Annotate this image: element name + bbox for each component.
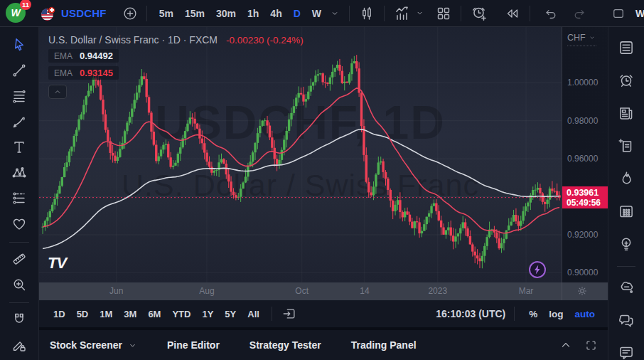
toolbar-divider bbox=[9, 302, 29, 303]
indicator-templates-button[interactable] bbox=[414, 5, 428, 21]
range-1m[interactable]: 1M bbox=[94, 306, 118, 322]
range-ytd[interactable]: YTD bbox=[166, 306, 196, 322]
panel-tab-pine-editor[interactable]: Pine Editor bbox=[167, 335, 220, 355]
tradingview-app: W 11 USDCHF 5m15m30m1h4hDW bbox=[0, 0, 644, 360]
tradingview-logo[interactable]: TV bbox=[48, 254, 66, 272]
text-notes-button[interactable] bbox=[614, 134, 638, 158]
range-6m[interactable]: 6M bbox=[142, 306, 166, 322]
toolbar-divider bbox=[349, 6, 350, 21]
indicators-button[interactable] bbox=[390, 1, 414, 26]
ema-legend-row[interactable]: EMA 0.93145 bbox=[48, 66, 119, 80]
undo-icon bbox=[543, 6, 559, 21]
chevron-up-icon[interactable] bbox=[559, 338, 573, 352]
range-all[interactable]: All bbox=[242, 306, 265, 322]
expand-icon[interactable] bbox=[584, 339, 598, 352]
fib-retracement-tool[interactable] bbox=[7, 84, 31, 108]
plus-icon bbox=[122, 6, 138, 21]
percent-scale-button[interactable]: % bbox=[523, 306, 543, 322]
time-label: 14 bbox=[360, 286, 369, 296]
undo-button[interactable] bbox=[540, 3, 562, 24]
toolbar-divider bbox=[272, 307, 272, 321]
legend-title-row[interactable]: U.S. Dollar / Swiss Franc · 1D · FXCM -0… bbox=[48, 34, 304, 46]
range-5y[interactable]: 5Y bbox=[219, 306, 242, 322]
symbol-search-button[interactable]: USDCHF bbox=[41, 6, 107, 21]
range-toolbar: 1D5D1M3M6MYTD1Y5YAll 16:10:03 (UTC) % lo… bbox=[39, 300, 608, 327]
calendar-button[interactable] bbox=[614, 199, 638, 223]
go-to-date-button[interactable] bbox=[279, 303, 300, 324]
ema-label: EMA bbox=[54, 51, 73, 61]
realtime-data-icon[interactable] bbox=[529, 261, 546, 278]
timeframe-1h[interactable]: 1h bbox=[242, 5, 264, 22]
measure-tool[interactable] bbox=[7, 247, 31, 271]
panel-tab-trading-panel[interactable]: Trading Panel bbox=[351, 335, 417, 355]
timeframe-4h[interactable]: 4h bbox=[265, 5, 286, 22]
log-scale-button[interactable]: log bbox=[543, 306, 569, 322]
price-label: 0.96000 bbox=[567, 154, 598, 164]
alerts-button[interactable] bbox=[614, 68, 638, 92]
price-axis[interactable]: CHF 1.000000.980000.960000.920000.90000 … bbox=[562, 27, 608, 282]
xabcd-pattern-tool[interactable] bbox=[7, 161, 31, 185]
private-chat-button[interactable] bbox=[614, 341, 638, 360]
usdchf-flag-icon bbox=[41, 6, 55, 21]
range-1d[interactable]: 1D bbox=[48, 306, 71, 322]
timeframe-5m[interactable]: 5m bbox=[154, 5, 178, 22]
gear-icon bbox=[576, 285, 589, 297]
ideas-button[interactable] bbox=[614, 232, 638, 256]
time-label: Oct bbox=[295, 286, 308, 296]
minds-button[interactable] bbox=[614, 275, 638, 300]
panel-tab-strategy-tester[interactable]: Strategy Tester bbox=[249, 335, 321, 355]
layout-name-label[interactable]: Wealthy Educ... bbox=[635, 8, 644, 19]
zoom-in-tool[interactable] bbox=[7, 272, 31, 297]
ideas-bulb-icon bbox=[617, 235, 635, 253]
chevron-up-icon bbox=[53, 87, 63, 97]
trend-line-icon bbox=[11, 62, 28, 79]
chart-style-button[interactable] bbox=[355, 2, 378, 25]
price-axis-currency-button[interactable]: CHF bbox=[567, 33, 596, 46]
time-label: Aug bbox=[199, 286, 214, 296]
brush-tool[interactable] bbox=[7, 110, 31, 134]
create-alert-button[interactable] bbox=[467, 1, 491, 26]
hotlists-button[interactable] bbox=[614, 166, 638, 191]
news-button[interactable] bbox=[614, 101, 638, 125]
indicators-icon bbox=[393, 4, 412, 23]
timeframe-30m[interactable]: 30m bbox=[211, 5, 241, 22]
redo-button[interactable] bbox=[569, 3, 590, 24]
projection-tool[interactable] bbox=[7, 186, 31, 211]
bottom-panel-controls bbox=[559, 330, 598, 360]
trend-line-tool[interactable] bbox=[7, 58, 31, 83]
timeframe-d[interactable]: D bbox=[289, 5, 306, 22]
panel-tab-stock-screener[interactable]: Stock Screener bbox=[50, 335, 137, 355]
timeframe-menu-button[interactable] bbox=[326, 5, 343, 22]
auto-scale-button[interactable]: auto bbox=[569, 306, 601, 322]
timeframe-w[interactable]: W bbox=[307, 5, 326, 22]
timeframe-15m[interactable]: 15m bbox=[180, 5, 210, 22]
watchlist-button[interactable] bbox=[614, 36, 638, 60]
magnet-tool[interactable] bbox=[7, 307, 31, 332]
add-symbol-button[interactable] bbox=[119, 3, 141, 24]
cursor-tool[interactable] bbox=[7, 33, 31, 57]
price-label: 0.92000 bbox=[567, 230, 598, 240]
save-layout-checkbox[interactable] bbox=[608, 4, 628, 23]
range-5d[interactable]: 5D bbox=[71, 306, 95, 322]
legend-collapse-button[interactable] bbox=[48, 85, 67, 99]
range-1y[interactable]: 1Y bbox=[196, 306, 219, 322]
fib-retracement-icon bbox=[11, 88, 28, 105]
time-label: Jun bbox=[109, 286, 123, 296]
bar-replay-button[interactable] bbox=[501, 2, 524, 25]
layout-grid-button[interactable] bbox=[432, 2, 455, 25]
range-3m[interactable]: 3M bbox=[118, 306, 142, 322]
clock-utc[interactable]: 16:10:03 (UTC) bbox=[436, 308, 505, 319]
chart-area[interactable]: USDCHF, 1D U.S. Dollar / Swiss Franc U.S… bbox=[39, 27, 562, 282]
toolbar-divider bbox=[461, 6, 461, 21]
ema-legend-row[interactable]: EMA 0.94492 bbox=[48, 49, 119, 63]
public-chats-button[interactable] bbox=[614, 308, 638, 332]
account-logo[interactable]: W 11 bbox=[6, 3, 27, 24]
favorites-tool[interactable] bbox=[7, 212, 31, 236]
watchlist-icon bbox=[617, 38, 635, 57]
text-tool[interactable] bbox=[7, 135, 31, 159]
drawing-lock-tool[interactable] bbox=[7, 333, 31, 357]
time-axis[interactable]: JunAugOct142023Mar bbox=[39, 282, 608, 300]
sidebar-divider bbox=[617, 266, 635, 267]
time-label: 2023 bbox=[428, 286, 447, 296]
axis-settings-button[interactable] bbox=[576, 285, 589, 297]
